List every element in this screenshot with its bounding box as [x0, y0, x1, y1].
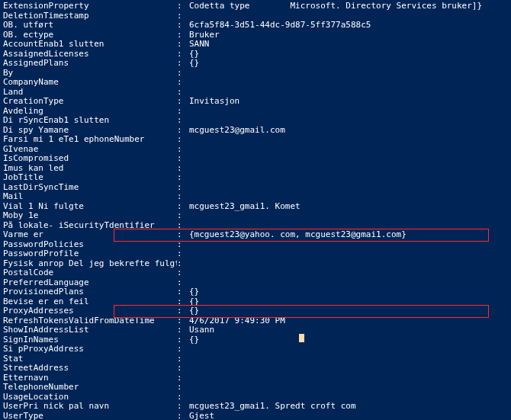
separator: : [177, 21, 189, 30]
property-value [189, 164, 508, 174]
property-name: AssaignedLicenses [3, 50, 177, 59]
property-name: JobTitle [3, 173, 177, 183]
property-value [189, 69, 508, 79]
property-name: PreferredLanguage [3, 278, 177, 288]
property-value [189, 345, 508, 354]
property-name: Di spy Yamane [3, 126, 177, 136]
property-value [189, 268, 508, 278]
separator: : [177, 78, 189, 88]
property-name: Etternavn [3, 374, 177, 383]
separator: : [177, 135, 189, 145]
property-name: ShowInAddressList [3, 325, 177, 335]
powershell-console-output: ExtensionProperty: Codetta type Microsof… [0, 0, 511, 420]
property-name: PasswordPolicies [3, 240, 177, 250]
property-name: Fysisk anrop Del jeg bekrefte fulgte [3, 259, 177, 269]
property-name: Si pProxyAddress [3, 345, 177, 354]
output-row: Stat: [3, 354, 508, 364]
property-name: Avdeling [3, 107, 177, 117]
property-name: OB. utført [3, 21, 177, 30]
property-name: TelephoneNumber [3, 383, 177, 393]
property-value [189, 135, 508, 145]
property-value [189, 78, 508, 88]
property-name: OB. ectype [3, 30, 177, 40]
output-row: CompanyName: [3, 78, 508, 88]
output-row: PasswordProfile: [3, 249, 508, 259]
property-name: Bevise er en feil [3, 297, 177, 307]
property-name: AssignedPlans [3, 59, 177, 69]
output-row: SignInNames: {} [3, 335, 508, 345]
output-row: LastDirSyncTime: [3, 183, 508, 193]
property-name: Varme er [3, 230, 177, 240]
property-name: RefreshTokensValidFromDateTime [3, 316, 177, 326]
separator: : [177, 116, 189, 126]
property-value [189, 107, 508, 117]
property-value [189, 374, 508, 383]
property-name: ProvisionedPlans [3, 287, 177, 297]
separator: : [177, 211, 189, 221]
output-row: OB. utført: 6cfa5f84-3d51-44dc-9d87-5ff3… [3, 21, 508, 30]
property-name: AccountEnab1 slutten [3, 40, 177, 50]
output-row: ProvisionedPlans: {} [3, 287, 508, 297]
property-value [189, 154, 508, 164]
property-value [189, 145, 508, 155]
property-name: Land [3, 88, 177, 98]
output-row: Vial 1 Ni fulgte: mcguest23_gmai1. Komet [3, 202, 508, 212]
property-value: Codetta type Microsoft. Directory Servic… [189, 2, 508, 11]
property-value: {} [189, 297, 508, 307]
property-value: {mcguest23@yahoo. com, mcguest23@gmai1.c… [189, 230, 508, 240]
separator: : [177, 192, 189, 202]
property-name: CreationType [3, 97, 177, 107]
output-row: RefreshTokensValidFromDateTime: 4/6/2017… [3, 316, 508, 326]
property-value [189, 192, 508, 202]
property-value [189, 240, 508, 250]
separator: : [177, 364, 189, 374]
output-row: PasswordPolicies: [3, 240, 508, 250]
property-name: UserPri nick pal navn [3, 402, 177, 412]
output-row: Si pProxyAddress: [3, 345, 508, 354]
property-value: Usann [189, 325, 508, 335]
separator: : [177, 59, 189, 69]
property-name: CompanyName [3, 78, 177, 88]
separator: : [177, 2, 189, 11]
property-value: Bruker [189, 30, 508, 40]
output-row: PostalCode: [3, 268, 508, 278]
property-name: DeletionTimestamp [3, 11, 177, 21]
output-row: AssaignedLicenses: {} [3, 50, 508, 59]
property-value: {} [189, 306, 508, 316]
output-row: PreferredLanguage: [3, 278, 508, 288]
output-row: Mail: [3, 192, 508, 202]
output-row: OB. ectype: Bruker [3, 30, 508, 40]
output-row: ExtensionProperty: Codetta type Microsof… [3, 2, 508, 11]
property-name: UsageLocation [3, 393, 177, 402]
property-name: ExtensionProperty [3, 2, 177, 11]
property-value: 4/6/2017 9:49:30 PM [189, 316, 508, 326]
property-name: Vial 1 Ni fulgte [3, 202, 177, 212]
output-row: AssignedPlans: {} [3, 59, 508, 69]
output-row: Land: [3, 88, 508, 98]
property-value: SANN [189, 40, 508, 50]
property-value [189, 259, 508, 269]
property-name: PostalCode [3, 268, 177, 278]
property-name: På lokale- iSecurityTdentifier [3, 221, 177, 231]
output-row: StreetAddress: [3, 364, 508, 374]
property-value: Gjest [189, 412, 508, 421]
separator: : [177, 306, 189, 316]
separator: : [177, 345, 189, 354]
output-row: IsCompromised: [3, 154, 508, 164]
property-name: SignInNames [3, 335, 177, 345]
property-value [189, 364, 508, 374]
separator: : [177, 154, 189, 164]
property-value: mcguest23@gmail.com [189, 126, 508, 136]
property-name: IsCompromised [3, 154, 177, 164]
separator: : [177, 325, 189, 335]
output-row: TelephoneNumber: [3, 383, 508, 393]
property-name: PasswordProfile [3, 249, 177, 259]
output-row: UserPri nick pal navn: mcguest23_gmai1. … [3, 402, 508, 412]
output-row: UserType: Gjest [3, 412, 508, 421]
separator: : [177, 97, 189, 107]
separator: : [177, 230, 189, 240]
property-name: LastDirSyncTime [3, 183, 177, 193]
separator: : [177, 40, 189, 50]
property-name: Stat [3, 354, 177, 364]
property-name: UserType [3, 412, 177, 421]
